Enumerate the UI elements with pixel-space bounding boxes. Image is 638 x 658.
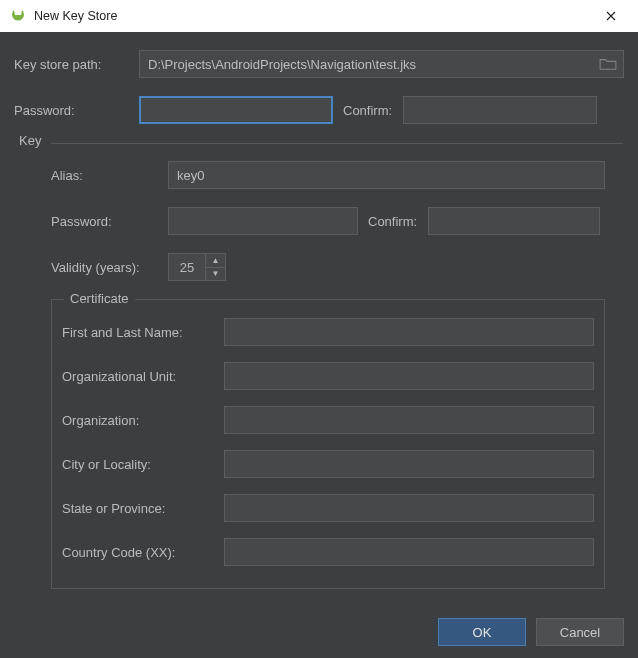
- validity-arrows: ▲ ▼: [205, 254, 225, 280]
- cert-country-row: Country Code (XX):: [62, 538, 594, 566]
- browse-folder-icon[interactable]: [599, 57, 617, 71]
- certificate-group-label: Certificate: [64, 291, 135, 306]
- dialog-buttons: OK Cancel: [438, 618, 624, 646]
- window-title: New Key Store: [34, 9, 117, 23]
- cancel-button[interactable]: Cancel: [536, 618, 624, 646]
- cert-state-label: State or Province:: [62, 501, 224, 516]
- key-password-input[interactable]: [168, 207, 358, 235]
- cert-org-label: Organization:: [62, 413, 224, 428]
- cert-org-input[interactable]: [224, 406, 594, 434]
- cert-org-row: Organization:: [62, 406, 594, 434]
- svg-point-0: [15, 10, 17, 12]
- keystore-path-value: D:\Projects\AndroidProjects\Navigation\t…: [148, 57, 599, 72]
- title-bar: New Key Store: [0, 0, 638, 32]
- cert-org-unit-row: Organizational Unit:: [62, 362, 594, 390]
- validity-row: Validity (years): 25 ▲ ▼: [33, 253, 605, 281]
- keystore-confirm-label: Confirm:: [333, 103, 403, 118]
- window-close-button[interactable]: [590, 0, 632, 32]
- keystore-password-input[interactable]: [139, 96, 333, 124]
- validity-up-arrow[interactable]: ▲: [206, 254, 225, 267]
- cert-state-input[interactable]: [224, 494, 594, 522]
- dialog-panel: Key store path: D:\Projects\AndroidProje…: [0, 32, 638, 658]
- alias-row: Alias:: [33, 161, 605, 189]
- cert-first-last-row: First and Last Name:: [62, 318, 594, 346]
- cert-country-label: Country Code (XX):: [62, 545, 224, 560]
- alias-input[interactable]: [168, 161, 605, 189]
- cert-org-unit-input[interactable]: [224, 362, 594, 390]
- key-group: Key Alias: Password: Confirm: Validity (…: [14, 142, 624, 596]
- keystore-path-row: Key store path: D:\Projects\AndroidProje…: [14, 50, 624, 78]
- key-password-label: Password:: [33, 214, 168, 229]
- keystore-path-field[interactable]: D:\Projects\AndroidProjects\Navigation\t…: [139, 50, 624, 78]
- cert-city-input[interactable]: [224, 450, 594, 478]
- alias-label: Alias:: [33, 168, 168, 183]
- key-confirm-input[interactable]: [428, 207, 600, 235]
- key-group-rule: [51, 143, 623, 144]
- key-group-label: Key: [13, 133, 47, 148]
- svg-point-1: [19, 10, 21, 12]
- keystore-confirm-input[interactable]: [403, 96, 597, 124]
- cert-country-input[interactable]: [224, 538, 594, 566]
- validity-down-arrow[interactable]: ▼: [206, 267, 225, 281]
- cert-org-unit-label: Organizational Unit:: [62, 369, 224, 384]
- close-icon: [606, 11, 616, 21]
- validity-value: 25: [169, 260, 205, 275]
- certificate-group: Certificate First and Last Name: Organiz…: [51, 299, 605, 589]
- cert-state-row: State or Province:: [62, 494, 594, 522]
- key-confirm-label: Confirm:: [358, 214, 428, 229]
- cert-city-row: City or Locality:: [62, 450, 594, 478]
- ok-button[interactable]: OK: [438, 618, 526, 646]
- validity-spinner[interactable]: 25 ▲ ▼: [168, 253, 226, 281]
- cert-first-last-input[interactable]: [224, 318, 594, 346]
- keystore-password-label: Password:: [14, 103, 139, 118]
- keystore-path-label: Key store path:: [14, 57, 139, 72]
- cert-city-label: City or Locality:: [62, 457, 224, 472]
- app-icon: [10, 8, 26, 24]
- cert-first-last-label: First and Last Name:: [62, 325, 224, 340]
- keystore-password-row: Password: Confirm:: [14, 96, 624, 124]
- key-password-row: Password: Confirm:: [33, 207, 605, 235]
- validity-label: Validity (years):: [33, 260, 168, 275]
